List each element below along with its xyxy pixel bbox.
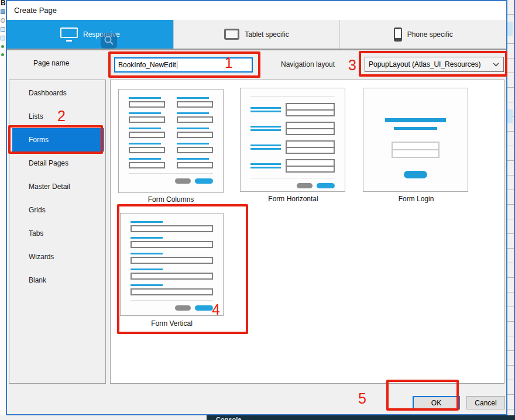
template-thumb-form-vertical[interactable] (120, 213, 224, 316)
form-columns-preview (119, 89, 223, 192)
template-caption: Form Horizontal (240, 195, 346, 203)
template-caption: Form Columns (118, 195, 224, 204)
template-thumb-form-login[interactable] (363, 88, 468, 192)
dialog-title-bar: Create Page (7, 1, 506, 20)
background-bottom-strip: Console (0, 415, 515, 420)
page-name-input[interactable]: BookInfo_NewEdit (114, 57, 253, 73)
create-page-dialog: Create Page Responsive Tablet specific P… (6, 0, 507, 415)
console-panel-title: Console (216, 416, 515, 420)
tab-tablet-specific[interactable]: Tablet specific (173, 20, 340, 49)
template-caption: Form Login (363, 195, 469, 203)
device-tab-strip: Responsive Tablet specific Phone specifi… (7, 20, 506, 50)
tab-phone-specific[interactable]: Phone specific (339, 20, 506, 49)
cancel-button[interactable]: Cancel (466, 396, 505, 409)
tab-label: Phone specific (407, 30, 453, 39)
grid-cell-highlight (507, 22, 513, 36)
form-vertical-preview (121, 214, 223, 315)
text-caret (177, 61, 177, 69)
background-grid-column-strip (507, 0, 515, 415)
dialog-title: Create Page (14, 6, 506, 15)
navigation-layout-label: Navigation layout (281, 60, 335, 68)
sidebar-item-blank[interactable]: Blank (12, 268, 104, 292)
folder-icon (1, 27, 5, 32)
magnifier-icon (104, 35, 114, 46)
navigation-layout-select[interactable]: PopupLayout (Atlas_UI_Resources) (365, 57, 504, 72)
page-name-value: BookInfo_NewEdit (118, 61, 176, 69)
sidebar-item-grids[interactable]: Grids (12, 198, 104, 222)
monitor-icon (60, 27, 78, 42)
sidebar-item-lists[interactable]: Lists (12, 105, 104, 128)
annotation-number-5: 5 (358, 390, 366, 407)
page-name-label: Page name (33, 59, 69, 67)
tab-responsive[interactable]: Responsive (7, 20, 173, 49)
chevron-down-icon (493, 63, 499, 67)
template-thumb-form-horizontal[interactable] (240, 88, 345, 192)
template-thumb-form-columns[interactable] (118, 89, 224, 193)
form-login-preview (363, 88, 468, 191)
phone-icon (394, 27, 402, 42)
grid-cell-highlight (507, 109, 513, 123)
sidebar-item-tabs[interactable]: Tabs (12, 222, 104, 245)
magnifier-cursor-overlay (101, 33, 117, 49)
background-project-explorer-strip: B (0, 0, 6, 415)
folder-icon (1, 36, 5, 40)
tab-label: Tablet specific (245, 30, 289, 39)
template-caption: Form Vertical (120, 319, 224, 328)
module-icon (1, 9, 5, 14)
sidebar-item-forms[interactable]: Forms (12, 128, 104, 152)
tablet-icon (224, 29, 239, 40)
sidebar-item-wizards[interactable]: Wizards (12, 245, 104, 268)
sidebar-item-dashboards[interactable]: Dashboards (12, 81, 104, 105)
annotation-number-3: 3 (348, 57, 356, 74)
navigation-layout-value: PopupLayout (Atlas_UI_Resources) (369, 60, 480, 68)
sidebar-item-master-detail[interactable]: Master Detail (12, 175, 104, 198)
ok-button[interactable]: OK (413, 396, 460, 409)
explorer-node-letter: B (1, 0, 6, 7)
category-sidebar: Dashboards Lists Forms Detail Pages Mast… (9, 80, 106, 384)
green-status-dot (1, 53, 4, 56)
form-horizontal-preview (241, 88, 345, 191)
console-panel-header: Console (207, 415, 515, 420)
green-status-dot (1, 45, 4, 48)
settings-icon (1, 18, 5, 23)
sidebar-item-detail-pages[interactable]: Detail Pages (12, 152, 104, 175)
